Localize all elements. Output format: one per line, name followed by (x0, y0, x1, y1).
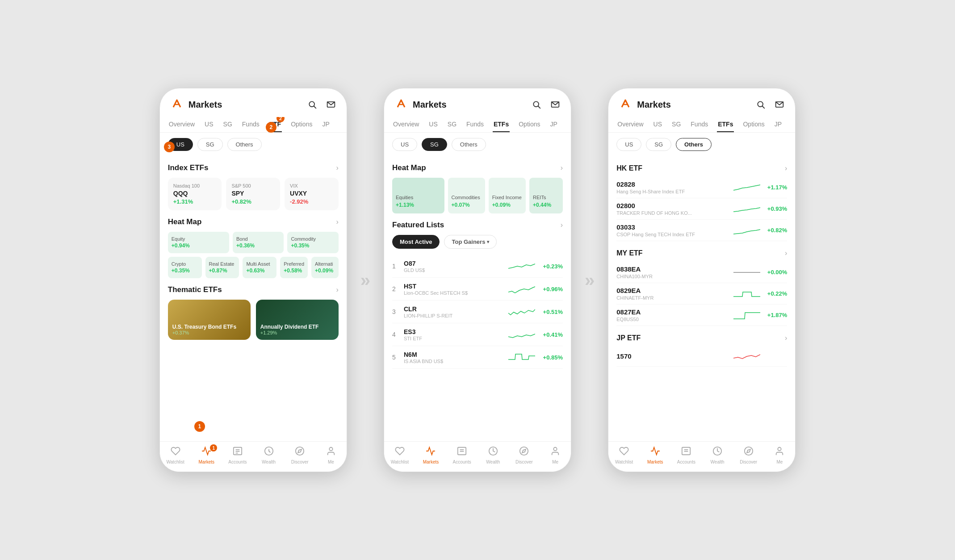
list-item-1[interactable]: 1 O87 GLD US$ +0.23% (392, 255, 563, 278)
subtab-sg[interactable]: SG (197, 138, 223, 151)
heatmap2-chevron[interactable]: › (561, 164, 563, 172)
nav-wealth[interactable]: Wealth (256, 446, 281, 464)
subtab3-us[interactable]: US (616, 138, 641, 151)
nav3-me[interactable]: Me (767, 446, 792, 464)
tab-us[interactable]: US (204, 117, 214, 132)
tab2-options[interactable]: Options (518, 117, 541, 132)
tab3-funds[interactable]: Funds (690, 117, 709, 132)
etf-0829ea[interactable]: 0829EA CHINAETF-MYR +0.22% (616, 283, 787, 305)
tab-overview[interactable]: Overview (168, 117, 196, 132)
nav2-wealth[interactable]: Wealth (481, 446, 506, 464)
tab-funds[interactable]: Funds (241, 117, 260, 132)
etf-03033[interactable]: 03033 CSOP Hang Seng TECH Index ETF +0.8… (616, 220, 787, 241)
nav2-discover[interactable]: Discover (511, 446, 536, 464)
hm-equity[interactable]: Equity +0.94% (168, 232, 229, 253)
phone-2-screen: Markets (384, 88, 571, 472)
nav2-me[interactable]: Me (543, 446, 568, 464)
mail-button[interactable] (325, 99, 337, 110)
hm-alternati[interactable]: Alternati +0.09% (311, 257, 339, 278)
index-etfs-chevron[interactable]: › (336, 164, 338, 172)
svg-marker-21 (523, 449, 526, 453)
nav3-accounts[interactable]: Accounts (674, 446, 699, 464)
tab3-etfs[interactable]: ETFs (717, 117, 734, 132)
hm-bond[interactable]: Bond +0.36% (233, 232, 284, 253)
mail-button-3[interactable] (774, 99, 785, 110)
subtab3-sg[interactable]: SG (646, 138, 671, 151)
list-item-4[interactable]: 4 ES3 STI ETF +0.41% (392, 323, 563, 346)
heatmap2-header: Heat Map › (392, 163, 563, 172)
my-etf-chevron[interactable]: › (785, 249, 787, 257)
tab2-funds[interactable]: Funds (465, 117, 485, 132)
thematic-card-dividend[interactable]: Annually Dividend ETF +1.29% (256, 300, 339, 340)
hm-realestate[interactable]: Real Estate +0.87% (205, 257, 239, 278)
hm2-commodities[interactable]: Commodities +0.07% (448, 178, 485, 213)
etf-0838ea[interactable]: 0838EA CHINA100-MYR +0.00% (616, 262, 787, 283)
hm2-fixed-income[interactable]: Fixed Income +0.09% (489, 178, 526, 213)
svg-point-33 (778, 447, 781, 451)
nav-accounts[interactable]: Accounts (225, 446, 250, 464)
tab3-jp[interactable]: JP (774, 117, 783, 132)
etf-02800[interactable]: 02800 TRACKER FUND OF HONG KO... +0.93% (616, 198, 787, 220)
index-card-qqq[interactable]: Nasdaq 100 QQQ +1.31% (168, 178, 222, 210)
etf-1570[interactable]: 1570 (616, 347, 787, 367)
subtab3-others[interactable]: Others (676, 138, 712, 151)
tab-options[interactable]: Options (290, 117, 313, 132)
hm-preferred[interactable]: Preferred +0.58% (280, 257, 308, 278)
tab3-overview[interactable]: Overview (616, 117, 644, 132)
nav2-markets[interactable]: Markets (418, 446, 443, 464)
tab2-overview[interactable]: Overview (392, 117, 420, 132)
hm-multiasset[interactable]: Multi Asset +0.63% (243, 257, 276, 278)
tab3-sg[interactable]: SG (671, 117, 682, 132)
phone1-title: Markets (188, 100, 302, 110)
search-button-2[interactable] (531, 99, 542, 110)
filter-most-active[interactable]: Most Active (392, 235, 440, 249)
filter-top-gainers[interactable]: Top Gainers ▾ (444, 235, 497, 249)
subtab2-us[interactable]: US (392, 138, 417, 151)
nav3-markets[interactable]: Markets (643, 446, 668, 464)
tab-sg[interactable]: SG (222, 117, 233, 132)
discover-icon-2 (519, 446, 529, 458)
tab-jp[interactable]: JP (321, 117, 330, 132)
hm-commodity[interactable]: Commodity +0.35% (287, 232, 338, 253)
list-item-2[interactable]: 2 HST Lion-OCBC Sec HSTECH S$ +0.96% (392, 278, 563, 301)
heatmap-chevron[interactable]: › (336, 218, 338, 226)
search-button[interactable] (306, 99, 318, 110)
hm2-reits[interactable]: REITs +0.44% (529, 178, 563, 213)
thematic-chevron[interactable]: › (336, 286, 338, 294)
tab2-us[interactable]: US (428, 117, 438, 132)
search-button-3[interactable] (755, 99, 767, 110)
nav2-accounts[interactable]: Accounts (449, 446, 474, 464)
list-item-3[interactable]: 3 CLR LION-PHILLIP S-REIT +0.51% (392, 301, 563, 323)
list-item-5[interactable]: 5 N6M IS ASIA BND US$ +0.85% (392, 346, 563, 369)
index-card-uvxy[interactable]: VIX UVXY -2.92% (285, 178, 339, 210)
wealth-icon-2 (488, 446, 498, 458)
hk-etf-title: HK ETF (616, 164, 642, 172)
index-card-spy[interactable]: S&P 500 SPY +0.82% (226, 178, 280, 210)
nav-markets[interactable]: Markets 1 (194, 446, 219, 464)
thematic-card-treasury[interactable]: U.S. Treasury Bond ETFs +0.37% (168, 300, 251, 340)
nav3-wealth[interactable]: Wealth (705, 446, 730, 464)
subtab-others[interactable]: Others (227, 138, 262, 151)
nav-me[interactable]: Me (318, 446, 343, 464)
subtab2-sg[interactable]: SG (422, 138, 447, 151)
tab2-etfs[interactable]: ETFs (493, 117, 510, 132)
tab2-jp[interactable]: JP (549, 117, 558, 132)
tab3-options[interactable]: Options (742, 117, 765, 132)
hm-crypto[interactable]: Crypto +0.35% (168, 257, 202, 278)
hk-etf-chevron[interactable]: › (785, 164, 787, 172)
subtab2-others[interactable]: Others (452, 138, 486, 151)
etf-0827ea[interactable]: 0827EA EQ8US50 +1.87% (616, 305, 787, 326)
tab3-us[interactable]: US (653, 117, 663, 132)
jp-etf-chevron[interactable]: › (785, 334, 787, 342)
hm2-equities[interactable]: Equities +1.13% (392, 178, 444, 213)
etf-02828[interactable]: 02828 Hang Seng H-Share Index ETF +1.17% (616, 177, 787, 198)
tab2-sg[interactable]: SG (447, 117, 457, 132)
nav-discover[interactable]: Discover (287, 446, 312, 464)
featured-chevron[interactable]: › (561, 221, 563, 229)
index-etfs-header: Index ETFs › (168, 163, 339, 172)
nav3-discover[interactable]: Discover (736, 446, 761, 464)
nav2-watchlist[interactable]: Watchlist (387, 446, 412, 464)
nav-watchlist[interactable]: Watchlist (163, 446, 188, 464)
mail-button-2[interactable] (549, 99, 561, 110)
nav3-watchlist[interactable]: Watchlist (612, 446, 637, 464)
